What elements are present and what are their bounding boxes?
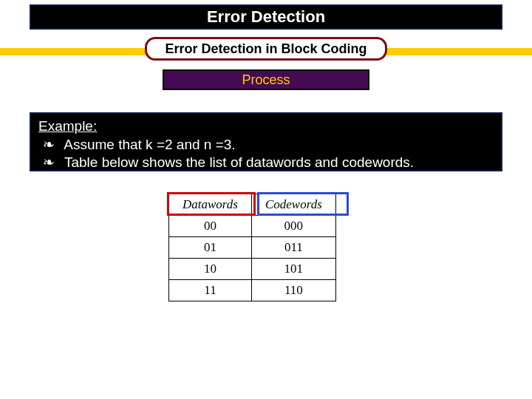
list-item: ❧ Table below shows the list of dataword… (38, 154, 494, 171)
cell-dataword: 00 (169, 216, 252, 237)
section-label: Process (163, 69, 369, 90)
cell-codeword: 101 (251, 259, 335, 280)
example-label: Example: (38, 118, 97, 134)
cell-dataword: 01 (169, 237, 252, 259)
floral-bullet-icon: ❧ (43, 154, 61, 171)
list-item: ❧ Assume that k =2 and n =3. (38, 136, 494, 153)
col-datawords: Datawords (169, 194, 252, 216)
cell-codeword: 110 (251, 280, 335, 301)
floral-bullet-icon: ❧ (43, 136, 61, 153)
bullet-text: Assume that k =2 and n =3. (64, 137, 235, 152)
slide-page: Error Detection Error Detection in Block… (0, 0, 532, 399)
col-codewords: Codewords (251, 194, 335, 216)
cell-codeword: 011 (251, 237, 335, 259)
cell-dataword: 10 (169, 259, 252, 280)
bullet-text: Table below shows the list of datawords … (64, 154, 414, 170)
subtitle-pill: Error Detection in Block Coding (145, 37, 387, 61)
table-row: 10 101 (169, 259, 336, 280)
table-row: 00 000 (169, 216, 336, 237)
dataword-codeword-table: Datawords Codewords 00 000 01 011 10 101… (168, 194, 336, 301)
example-list: ❧ Assume that k =2 and n =3. ❧ Table bel… (38, 136, 494, 171)
table-row: 11 110 (169, 280, 336, 301)
cell-dataword: 11 (169, 280, 252, 301)
cell-codeword: 000 (251, 216, 335, 237)
table-row: 01 011 (169, 237, 336, 259)
example-box: Example: ❧ Assume that k =2 and n =3. ❧ … (30, 112, 502, 171)
page-title: Error Detection (30, 4, 502, 30)
table-header-row: Datawords Codewords (169, 194, 336, 216)
